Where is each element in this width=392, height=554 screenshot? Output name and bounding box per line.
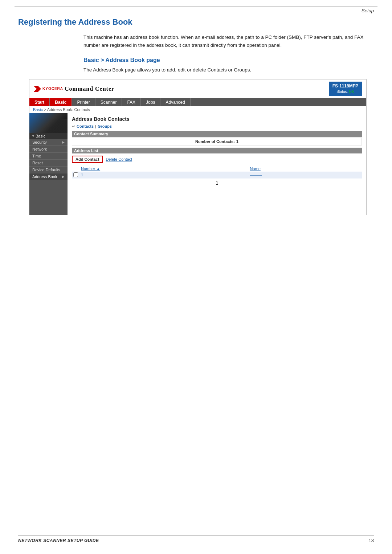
sidebar-address-book-label: Address Book: [32, 175, 57, 179]
sub-nav-arrow-icon: ↵: [72, 124, 75, 129]
sidebar-item-network[interactable]: Network: [29, 146, 68, 153]
sidebar-reset-label: Reset: [32, 161, 43, 165]
contacts-count-label: Number of Contacts:: [195, 139, 235, 144]
row-checkbox[interactable]: [73, 172, 78, 177]
breadcrumb: Basic > Address Book: Contacts: [29, 106, 366, 113]
section-desc: The Address Book page allows you to add,…: [83, 67, 374, 73]
cc-sidebar: ▾ Basic Security ▶ Network Time Reset: [29, 113, 68, 215]
nav-tab-advanced[interactable]: Advanced: [160, 98, 190, 106]
device-status: Status: OK: [332, 89, 358, 94]
intro-text: This machine has an address book functio…: [83, 33, 367, 49]
nav-tab-jobs[interactable]: Jobs: [141, 98, 160, 106]
status-value: OK: [349, 90, 354, 94]
row-name-link[interactable]: ———: [250, 173, 262, 177]
setup-label: Setup: [362, 8, 374, 13]
sidebar-security-label: Security: [32, 140, 47, 144]
page-title: Registering the Address Book: [18, 17, 374, 27]
name-col-header: Name: [249, 166, 362, 172]
contact-summary-row: Number of Contacts: 1: [72, 138, 362, 145]
number-col-header: Number ▲: [79, 166, 249, 172]
cc-sub-nav: ↵ Contacts | Groups: [72, 124, 362, 129]
footer-guide-title: NETWORK SCANNER SETUP GUIDE: [18, 538, 99, 543]
sidebar-item-device-defaults[interactable]: Device Defaults: [29, 167, 68, 173]
add-contact-button[interactable]: Add Contact: [72, 156, 103, 163]
sidebar-item-address-book[interactable]: Address Book ▶: [29, 173, 68, 180]
sidebar-section-label: Basic: [36, 134, 45, 138]
row-checkbox-cell: [72, 172, 79, 178]
sidebar-device-defaults-label: Device Defaults: [32, 168, 60, 172]
cc-logo: KYOCERA Command Center: [34, 86, 114, 92]
sidebar-time-label: Time: [32, 154, 41, 158]
contact-summary-header: Contact Summary: [72, 131, 362, 137]
nav-tab-scanner[interactable]: Scanner: [95, 98, 122, 106]
address-list-actions: Add Contact Delete Contact: [72, 156, 362, 163]
cc-nav: Start Basic Printer Scanner FAX Jobs Adv…: [29, 98, 366, 106]
nav-tab-start[interactable]: Start: [29, 98, 50, 106]
address-list-header: Address List: [72, 148, 362, 153]
command-center-text: Command Center: [65, 86, 114, 92]
section-heading: Basic > Address Book page: [83, 57, 374, 63]
page-footer: NETWORK SCANNER SETUP GUIDE 13: [18, 535, 374, 543]
kyocera-icon: [34, 86, 41, 92]
sidebar-security-arrow: ▶: [62, 140, 65, 144]
address-list-table: Number ▲ Name: [72, 166, 362, 178]
contacts-link[interactable]: Contacts: [77, 124, 94, 128]
address-book-title: Address Book Contacts: [72, 116, 362, 122]
name-sort-link[interactable]: Name: [250, 167, 261, 171]
breadcrumb-separator: >: [44, 107, 47, 112]
number-sort-link[interactable]: Number ▲: [81, 167, 100, 171]
breadcrumb-page: Address Book: Contacts: [47, 107, 90, 112]
device-model: FS-1118MFP: [332, 83, 358, 89]
delete-contact-button[interactable]: Delete Contact: [106, 157, 132, 161]
cc-device-info: FS-1118MFP Status: OK: [329, 82, 362, 96]
breadcrumb-basic[interactable]: Basic: [33, 107, 43, 112]
footer-page-number: 13: [369, 538, 374, 543]
table-header-row: Number ▲ Name: [72, 166, 362, 172]
sidebar-image: [29, 113, 68, 133]
pagination: 1: [72, 181, 362, 186]
sidebar-item-reset[interactable]: Reset: [29, 160, 68, 167]
row-number-cell: 1: [79, 172, 249, 178]
row-number-link[interactable]: 1: [81, 173, 83, 177]
sidebar-address-book-arrow: ▶: [62, 175, 65, 178]
checkbox-col-header: [72, 166, 79, 172]
nav-tab-basic[interactable]: Basic: [50, 98, 72, 106]
kyocera-text: KYOCERA: [42, 87, 63, 91]
command-center-box: KYOCERA Command Center FS-1118MFP Status…: [29, 79, 367, 215]
row-name-cell: ———: [249, 172, 362, 178]
cc-header: KYOCERA Command Center FS-1118MFP Status…: [29, 79, 366, 98]
cc-body: ▾ Basic Security ▶ Network Time Reset: [29, 113, 366, 215]
sub-nav-separator: |: [95, 124, 96, 128]
contacts-count-value: 1: [236, 139, 238, 144]
groups-link[interactable]: Groups: [98, 124, 112, 128]
status-label: Status:: [336, 90, 348, 94]
table-row: 1 ———: [72, 172, 362, 178]
sidebar-section-basic: ▾ Basic: [29, 133, 68, 139]
nav-tab-printer[interactable]: Printer: [72, 98, 95, 106]
sidebar-item-security[interactable]: Security ▶: [29, 139, 68, 146]
svg-marker-0: [34, 86, 41, 92]
section-arrow-icon: ▾: [32, 134, 34, 138]
main-content: Registering the Address Book This machin…: [18, 7, 374, 215]
cc-main-panel: Address Book Contacts ↵ Contacts | Group…: [68, 113, 366, 215]
sidebar-item-time[interactable]: Time: [29, 153, 68, 160]
sidebar-network-label: Network: [32, 147, 47, 151]
nav-tab-fax[interactable]: FAX: [122, 98, 141, 106]
number-of-contacts: Number of Contacts: 1: [195, 139, 238, 144]
